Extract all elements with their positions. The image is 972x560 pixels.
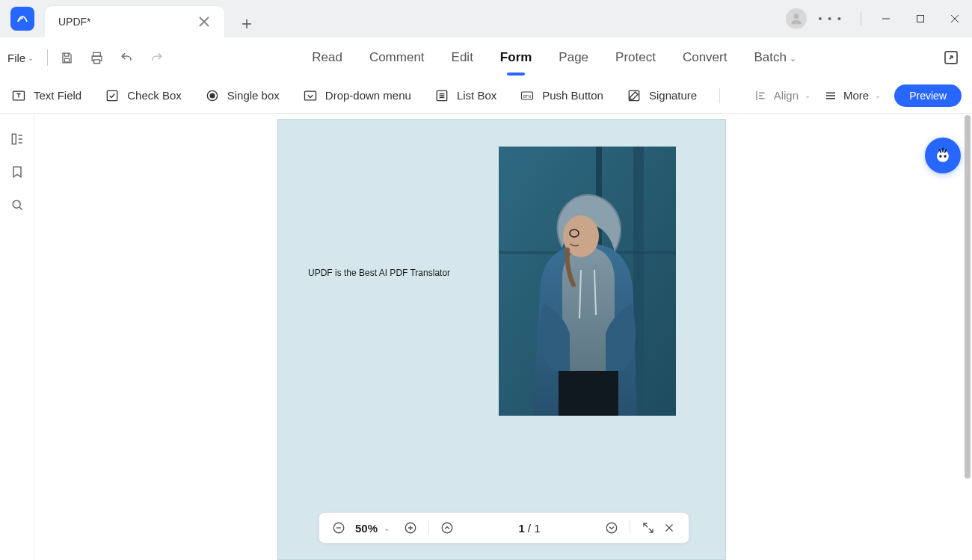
file-menu-label: File [7, 52, 25, 64]
prev-page-button[interactable] [437, 517, 458, 538]
check-box-tool[interactable]: Check Box [104, 87, 182, 104]
dropdown-label: Drop-down menu [325, 89, 411, 102]
tab-convert[interactable]: Convert [683, 46, 728, 70]
file-menu[interactable]: File ⌄ [7, 52, 43, 64]
check-box-icon [104, 87, 120, 104]
align-label: Align [774, 89, 799, 102]
user-avatar[interactable] [786, 8, 807, 29]
svg-point-28 [442, 523, 452, 533]
maximize-button[interactable] [903, 0, 938, 37]
tab-page[interactable]: Page [559, 46, 588, 70]
svg-point-24 [939, 155, 942, 158]
signature-tool[interactable]: Signature [626, 87, 697, 104]
tab-form[interactable]: Form [500, 46, 532, 70]
page-controls: 50% ⌄ 1 / 1 [319, 512, 689, 544]
hamburger-icon [824, 89, 837, 102]
chevron-down-icon: ⌄ [28, 54, 34, 62]
form-toolbar: Text Field Check Box Single box Drop-dow… [0, 78, 972, 114]
tab-edit[interactable]: Edit [452, 46, 473, 70]
separator [630, 521, 630, 535]
search-icon[interactable] [8, 196, 26, 214]
signature-icon [626, 87, 642, 104]
svg-rect-7 [108, 90, 117, 100]
zoom-dropdown-icon[interactable]: ⌄ [384, 524, 390, 532]
minimize-button[interactable] [869, 0, 903, 37]
separator [428, 521, 429, 535]
close-footer-button[interactable] [659, 517, 680, 538]
svg-rect-10 [304, 91, 316, 100]
app-logo[interactable] [10, 7, 34, 31]
zoom-out-button[interactable] [328, 517, 349, 538]
tab-protect[interactable]: Protect [615, 46, 656, 70]
svg-rect-15 [12, 134, 16, 144]
list-box-icon [434, 87, 450, 104]
svg-point-16 [13, 200, 20, 208]
svg-rect-3 [93, 52, 100, 56]
zoom-level: 50% [355, 522, 378, 535]
zoom-in-button[interactable] [400, 517, 421, 538]
list-box-tool[interactable]: List Box [434, 87, 496, 104]
next-page-button[interactable] [601, 517, 622, 538]
chevron-down-icon: ⌄ [805, 91, 810, 99]
text-field-icon [10, 87, 27, 104]
close-window-button[interactable] [938, 0, 972, 37]
chevron-down-icon: ⌄ [790, 54, 796, 63]
tab-read[interactable]: Read [312, 46, 342, 70]
tab-batch[interactable]: Batch⌄ [754, 46, 796, 70]
vertical-scrollbar[interactable] [965, 115, 971, 479]
push-button-icon: BTN [519, 87, 535, 104]
text-field-label: Text Field [34, 89, 81, 102]
dropdown-tool[interactable]: Drop-down menu [302, 87, 411, 104]
single-box-label: Single box [227, 89, 280, 102]
check-box-label: Check Box [127, 89, 182, 102]
svg-point-9 [210, 93, 215, 98]
text-field-tool[interactable]: Text Field [10, 87, 81, 104]
svg-rect-4 [93, 59, 99, 63]
radio-icon [204, 87, 221, 104]
main-menu-tabs: Read Comment Edit Form Page Protect Conv… [166, 46, 942, 70]
tab-batch-label: Batch [754, 50, 786, 64]
svg-point-0 [793, 13, 799, 19]
bookmark-icon[interactable] [8, 163, 26, 181]
share-icon[interactable] [942, 49, 960, 67]
dropdown-icon [302, 87, 319, 104]
svg-rect-2 [64, 58, 69, 62]
total-pages: / 1 [528, 522, 541, 535]
new-tab-button[interactable] [233, 10, 260, 37]
workspace: UPDF is the Best AI PDF Translator [0, 114, 972, 560]
thumbnails-icon[interactable] [8, 130, 26, 148]
document-image [499, 147, 676, 416]
preview-button[interactable]: Preview [894, 84, 962, 107]
current-page[interactable]: 1 [519, 522, 525, 535]
push-button-tool[interactable]: BTN Push Button [519, 87, 603, 104]
menu-bar: File ⌄ Read Comment Edit Form Page Prote… [0, 37, 972, 78]
document-page[interactable]: UPDF is the Best AI PDF Translator [277, 119, 726, 560]
more-label: More [843, 89, 869, 102]
more-tool[interactable]: More ⌄ [824, 89, 881, 102]
canvas-area[interactable]: UPDF is the Best AI PDF Translator [34, 114, 972, 560]
redo-icon[interactable] [147, 48, 166, 67]
push-button-label: Push Button [542, 89, 603, 102]
signature-label: Signature [649, 89, 697, 102]
list-box-label: List Box [457, 89, 496, 102]
svg-text:BTN: BTN [523, 93, 531, 98]
left-rail [0, 114, 34, 560]
document-tab[interactable]: UPDF* [45, 6, 224, 37]
tab-group: UPDF* [45, 0, 260, 37]
save-icon[interactable] [57, 48, 76, 67]
fullscreen-button[interactable] [638, 517, 659, 538]
ai-assistant-button[interactable] [925, 138, 961, 173]
tab-title: UPDF* [58, 16, 197, 28]
align-icon [754, 89, 768, 102]
app-menu-dots-icon[interactable]: • • • [819, 13, 843, 25]
single-box-tool[interactable]: Single box [204, 87, 280, 104]
close-tab-icon[interactable] [197, 15, 211, 28]
undo-icon[interactable] [117, 48, 136, 67]
separator [861, 12, 861, 25]
align-tool[interactable]: Align ⌄ [754, 89, 810, 102]
print-icon[interactable] [87, 48, 106, 67]
tab-comment[interactable]: Comment [369, 46, 425, 70]
svg-point-29 [606, 523, 617, 533]
document-body-text: UPDF is the Best AI PDF Translator [308, 268, 450, 278]
separator [47, 49, 48, 66]
